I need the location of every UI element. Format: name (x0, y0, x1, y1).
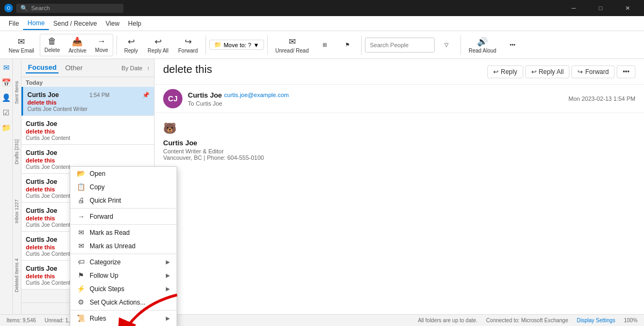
reply-all-button[interactable]: ↩ Reply All (143, 34, 173, 56)
minimize-button[interactable]: ─ (561, 0, 586, 16)
forward-ctx-icon: → (77, 212, 85, 220)
rules-arrow: ▶ (166, 315, 170, 321)
more-options-button[interactable]: ••• (502, 40, 523, 50)
forward-action-icon: ↪ (577, 68, 583, 76)
menu-file[interactable]: File (4, 18, 23, 29)
delete-button[interactable]: 🗑 Delete (40, 34, 64, 55)
window-controls: ─ □ ✕ (561, 0, 640, 16)
status-right: All folders are up to date. Connected to… (418, 317, 638, 323)
deleted-label[interactable]: Deleted Items 4 (13, 256, 21, 294)
read-aloud-icon: 🔊 (477, 36, 488, 47)
email-content: delete this ↩ Reply ↩ Reply All ↪ Forwar… (155, 59, 644, 314)
context-menu: 📂 Open 📋 Copy 🖨 Quick Print → Forward ✉ … (70, 166, 177, 326)
view-group: ⊞ ⚑ (314, 40, 358, 50)
grid-icon: ⊞ (323, 42, 327, 48)
maximize-button[interactable]: □ (588, 0, 613, 16)
reply-all-action-button[interactable]: ↩ Reply All (525, 65, 570, 78)
ctx-forward[interactable]: → Forward (70, 210, 177, 223)
search-label: Search (31, 5, 50, 11)
nav-calendar[interactable]: 📅 (2, 78, 11, 87)
ctx-divider-1 (70, 208, 177, 209)
reply-icon: ↩ (128, 36, 135, 47)
move-to-icon: 📁 (214, 41, 222, 48)
ctx-follow-up[interactable]: ⚑ Follow Up ▶ (70, 269, 177, 282)
sig-phone: 604-555-0100 (227, 154, 264, 161)
flag-button[interactable]: ⚑ (336, 40, 358, 50)
menu-view[interactable]: View (101, 18, 124, 29)
sig-title: Content Writer & Editor (163, 148, 635, 154)
view-button[interactable]: ⊞ (314, 40, 335, 50)
menu-send-receive[interactable]: Send / Receive (49, 18, 101, 29)
follow-up-arrow: ▶ (166, 272, 170, 278)
quick-steps-arrow: ▶ (166, 286, 170, 292)
ctx-quick-print[interactable]: 🖨 Quick Print (70, 194, 177, 207)
email-subject: delete this (26, 157, 150, 164)
section-today: Today (21, 77, 154, 87)
reply-action-button[interactable]: ↩ Reply (487, 65, 523, 78)
reply-all-action-icon: ↩ (531, 68, 537, 76)
ctx-copy[interactable]: 📋 Copy (70, 180, 177, 194)
ctx-open[interactable]: 📂 Open (70, 167, 177, 180)
tab-other[interactable]: Other (63, 63, 85, 73)
nav-folders[interactable]: 📁 (2, 123, 11, 132)
ribbon: ✉ New Email 🗑 Delete 📥 Archive → Move ↩ … (0, 31, 644, 59)
ctx-mark-unread[interactable]: ✉ Mark as Unread (70, 239, 177, 253)
email-body: 🐻 Curtis Joe Content Writer & Editor Van… (155, 113, 644, 314)
nav-mail[interactable]: ✉ (3, 63, 10, 72)
ctx-divider-2 (70, 224, 177, 225)
nav-tasks[interactable]: ☑ (3, 108, 10, 117)
sort-by[interactable]: By Date (121, 65, 142, 71)
unread-read-button[interactable]: ✉ Unread/ Read (271, 34, 313, 56)
archive-button[interactable]: 📥 Archive (64, 34, 91, 56)
ctx-set-quick-actions[interactable]: ⚙ Set Quick Actions... (70, 295, 177, 309)
new-email-button[interactable]: ✉ New Email (4, 34, 39, 56)
close-button[interactable]: ✕ (615, 0, 640, 16)
read-aloud-button[interactable]: 🔊 Read Aloud (464, 34, 501, 56)
reply-action-icon: ↩ (493, 68, 499, 76)
menu-home[interactable]: Home (23, 17, 49, 30)
sent-items-label[interactable]: Sent Items (13, 79, 21, 106)
quick-steps-icon: ⚡ (77, 285, 85, 293)
move-to-dropdown[interactable]: 📁 Move to: ? ▼ (209, 40, 264, 50)
ctx-mark-read[interactable]: ✉ Mark as Read (70, 226, 177, 239)
ctx-quick-steps[interactable]: ⚡ Quick Steps ▶ (70, 282, 177, 295)
menu-help[interactable]: Help (124, 18, 146, 29)
main-layout: ✉ 📅 👤 ☑ 📁 Sent Items Drafts [231] Inbox … (0, 59, 644, 314)
pin-icon: 📌 (142, 92, 150, 99)
connection-status: Connected to: Microsoft Exchange (486, 317, 568, 323)
move-to-chevron: ▼ (253, 42, 259, 48)
email-item[interactable]: Curtis Joe 1:54 PM 📌 delete this Curtis … (21, 87, 154, 116)
menu-bar: File Home Send / Receive View Help (0, 16, 644, 31)
email-timestamp: Mon 2023-02-13 1:54 PM (568, 95, 635, 102)
more-actions-button[interactable]: ••• (617, 65, 635, 78)
drafts-label[interactable]: Drafts [231] (13, 137, 21, 167)
ctx-categorize[interactable]: 🏷 Categorize ▶ (70, 255, 177, 269)
forward-action-button[interactable]: ↪ Forward (572, 65, 614, 78)
forward-button[interactable]: ↪ Forward (174, 34, 202, 56)
filter-button[interactable]: ▽ (436, 40, 457, 50)
archive-icon: 📥 (72, 36, 83, 47)
email-sender: Curtis Joe (26, 236, 57, 243)
inbox-label[interactable]: Inbox 1227 (13, 197, 21, 226)
email-sender: Curtis Joe (27, 91, 59, 99)
reply-button[interactable]: ↩ Reply (120, 34, 143, 56)
nav-icons: ✉ 📅 👤 ☑ 📁 (0, 59, 13, 314)
move-button[interactable]: → Move (91, 34, 112, 55)
search-people-input[interactable] (365, 38, 435, 53)
email-subject: delete this (27, 99, 150, 106)
items-count: Items: 9,546 (6, 317, 36, 323)
more-actions-icon: ••• (623, 68, 630, 76)
sender-email: curtis.joe@example.com (224, 92, 289, 98)
sort-direction[interactable]: ↑ (147, 65, 150, 71)
email-item[interactable]: Curtis Joe delete this Curtis Joe Conten… (21, 116, 154, 145)
sender-name: Curtis Joe (188, 91, 222, 99)
sender-avatar: CJ (163, 89, 182, 108)
categorize-arrow: ▶ (166, 259, 170, 265)
tab-focused[interactable]: Focused (26, 62, 58, 73)
new-email-icon: ✉ (18, 36, 25, 47)
copy-icon: 📋 (77, 183, 85, 191)
title-bar-left: O 🔍 Search (4, 4, 123, 13)
display-settings-link[interactable]: Display Settings (577, 317, 616, 323)
ctx-rules[interactable]: 📜 Rules ▶ (70, 312, 177, 325)
nav-people[interactable]: 👤 (2, 93, 11, 102)
